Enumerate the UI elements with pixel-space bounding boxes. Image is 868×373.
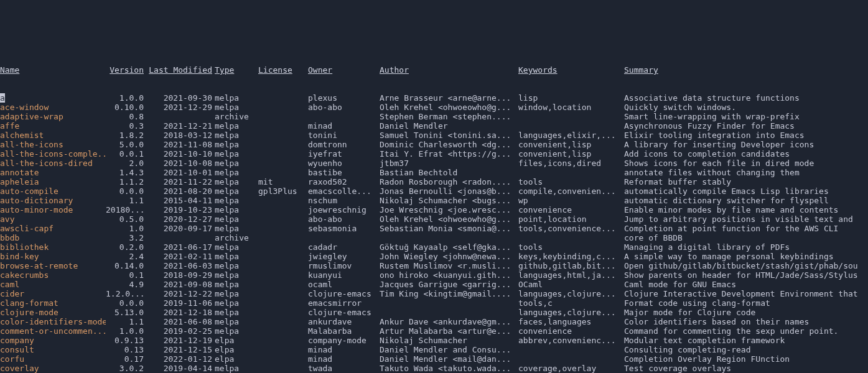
header-name[interactable]: Name xyxy=(0,65,106,75)
package-last: 2021-10-10 xyxy=(146,149,215,159)
header-keywords[interactable]: Keywords xyxy=(518,65,624,75)
package-summary: Quickly switch windows. xyxy=(624,103,868,112)
package-keywords: tools xyxy=(518,242,624,252)
table-row[interactable]: bbdb3.2archivecore of BBDB xyxy=(0,233,868,242)
package-license xyxy=(258,252,308,261)
table-row[interactable]: company0.9.132021-12-19elpacompany-modeN… xyxy=(0,336,868,345)
table-row[interactable]: adaptive-wrap0.8archiveStephen Berman <s… xyxy=(0,112,868,121)
package-keywords: tools xyxy=(518,177,624,186)
package-name: coverlay xyxy=(0,364,106,373)
package-owner: clojure-emacs xyxy=(308,308,380,317)
header-owner[interactable]: Owner xyxy=(308,65,380,75)
package-license xyxy=(258,196,308,205)
table-row[interactable]: clojure-mode5.13.02021-12-18melpaclojure… xyxy=(0,308,868,317)
package-owner: emacsmirror xyxy=(308,298,380,308)
package-version: 0.0.0 xyxy=(106,298,146,308)
package-keywords: languages,elixir,... xyxy=(518,131,624,140)
table-row[interactable]: browse-at-remote0.14.02021-06-03melparmu… xyxy=(0,261,868,270)
package-keywords: lisp xyxy=(518,93,624,103)
package-type: melpa xyxy=(215,242,258,252)
package-author xyxy=(380,298,518,308)
package-owner: bastibe xyxy=(308,168,380,177)
package-summary: Modular text completion framework xyxy=(624,336,868,345)
package-author: Joe Wreschnig <joe.wresc... xyxy=(380,205,518,214)
package-keywords: OCaml xyxy=(518,280,624,289)
package-version: 1.0 xyxy=(106,224,146,233)
package-summary: automatic dictionary switcher for flyspe… xyxy=(624,196,868,205)
package-keywords: files,icons,dired xyxy=(518,159,624,168)
package-author: ono hiroko <kuanyui.gith... xyxy=(380,270,518,280)
package-summary: core of BBDB xyxy=(624,233,868,242)
header-license[interactable]: License xyxy=(258,65,308,75)
table-row[interactable]: avy0.5.02020-12-27melpaabo-aboOleh Krehe… xyxy=(0,214,868,224)
package-last: 2021-08-20 xyxy=(146,186,215,196)
package-name: auto-minor-mode xyxy=(0,205,106,214)
table-row[interactable]: alchemist1.8.22018-03-12melpatoniniSamue… xyxy=(0,131,868,140)
package-last: 2015-04-11 xyxy=(146,196,215,205)
package-license xyxy=(258,112,308,121)
table-row[interactable]: all-the-icons-dired2.02021-10-08melpawyu… xyxy=(0,159,868,168)
table-row[interactable]: clang-format0.0.02019-11-06melpaemacsmir… xyxy=(0,298,868,308)
package-author: Radon Rosborough <radon.... xyxy=(380,177,518,186)
package-author xyxy=(380,308,518,317)
table-row[interactable]: caml4.92021-09-08melpaocamlJacques Garri… xyxy=(0,280,868,289)
package-keywords xyxy=(518,354,624,364)
table-row[interactable]: auto-minor-mode20180...2019-10-23melpajo… xyxy=(0,205,868,214)
package-summary: A simple way to manage personal keybindi… xyxy=(624,252,868,261)
package-author: Göktuğ Kayaalp <self@gka... xyxy=(380,242,518,252)
package-keywords: convenience xyxy=(518,205,624,214)
package-author: Ankur Dave <ankurdave@gm... xyxy=(380,317,518,326)
table-row[interactable]: apheleia1.1.22021-11-22melpamitraxod502R… xyxy=(0,177,868,186)
table-row[interactable]: all-the-icons-comple...0.0.12021-10-10me… xyxy=(0,149,868,159)
table-row[interactable]: cider1.2.0...2021-12-22melpaclojure-emac… xyxy=(0,289,868,298)
header-author[interactable]: Author xyxy=(380,65,518,75)
table-row[interactable]: bibliothek0.2.02021-06-17melpacadadrGökt… xyxy=(0,242,868,252)
package-owner: iyefrat xyxy=(308,149,380,159)
table-row[interactable]: color-identifiers-mode1.12021-06-08melpa… xyxy=(0,317,868,326)
package-keywords: tools,convenience... xyxy=(518,224,624,233)
package-last: 2021-10-08 xyxy=(146,159,215,168)
package-version: 20180... xyxy=(106,205,146,214)
table-row[interactable]: ace-window0.10.02021-12-29melpaabo-aboOl… xyxy=(0,103,868,112)
package-owner: emacscolle... xyxy=(308,186,380,196)
package-name: all-the-icons xyxy=(0,140,106,149)
package-type: archive xyxy=(215,112,258,121)
table-row[interactable]: all-the-icons5.0.02021-11-08melpadomtron… xyxy=(0,140,868,149)
table-row[interactable]: a1.0.02021-09-30melpaplexusArne Brasseur… xyxy=(0,93,868,103)
package-owner: cadadr xyxy=(308,242,380,252)
package-last: 2021-12-22 xyxy=(146,289,215,298)
package-keywords: keys,keybinding,c... xyxy=(518,252,624,261)
header-row: Name Version Last Modified Type License … xyxy=(0,65,868,75)
table-row[interactable]: consult0.132021-12-15elpaminadDaniel Men… xyxy=(0,345,868,354)
package-last: 2021-02-11 xyxy=(146,252,215,261)
table-row[interactable]: bind-key2.42021-02-11melpajwiegleyJohn W… xyxy=(0,252,868,261)
header-last[interactable]: Last Modified xyxy=(146,65,215,75)
package-name: avy xyxy=(0,214,106,224)
table-row[interactable]: comment-or-uncommen...1.0.02019-02-25mel… xyxy=(0,326,868,336)
package-keywords: convenience xyxy=(518,326,624,336)
table-row[interactable]: cakecrumbs0.12018-09-29melpakuanyuiono h… xyxy=(0,270,868,280)
table-row[interactable]: corfu0.172022-01-12elpaminadDaniel Mendl… xyxy=(0,354,868,364)
table-row[interactable]: auto-compile0.0.02021-08-20melpagpl3Plus… xyxy=(0,186,868,196)
table-row[interactable]: affe0.32021-12-21melpaminadDaniel Mendle… xyxy=(0,121,868,131)
package-version: 3.0.2 xyxy=(106,364,146,373)
package-type: elpa xyxy=(215,345,258,354)
package-summary: automatically compile Emacs Lisp librari… xyxy=(624,186,868,196)
package-author: Takuto Wada <takuto.wada... xyxy=(380,364,518,373)
package-keywords: point,location xyxy=(518,214,624,224)
package-summary: Elixir tooling integration into Emacs xyxy=(624,131,868,140)
package-version: 0.13 xyxy=(106,345,146,354)
table-row[interactable]: annotate1.4.32021-10-01melpabastibeBasti… xyxy=(0,168,868,177)
header-summary[interactable]: Summary xyxy=(624,65,868,75)
package-version: 1.1 xyxy=(106,196,146,205)
package-table: Name Version Last Modified Type License … xyxy=(0,47,868,373)
package-last: 2021-06-08 xyxy=(146,317,215,326)
header-version[interactable]: Version xyxy=(106,65,146,75)
table-row[interactable]: coverlay3.0.22019-04-14melpatwadaTakuto … xyxy=(0,364,868,373)
package-keywords: languages,clojure... xyxy=(518,289,624,298)
table-row[interactable]: auto-dictionary1.12015-04-11melpanschumN… xyxy=(0,196,868,205)
package-type: melpa xyxy=(215,308,258,317)
header-type[interactable]: Type xyxy=(215,65,258,75)
table-row[interactable]: awscli-capf1.02020-09-17melpasebasmoniaS… xyxy=(0,224,868,233)
package-type: melpa xyxy=(215,317,258,326)
